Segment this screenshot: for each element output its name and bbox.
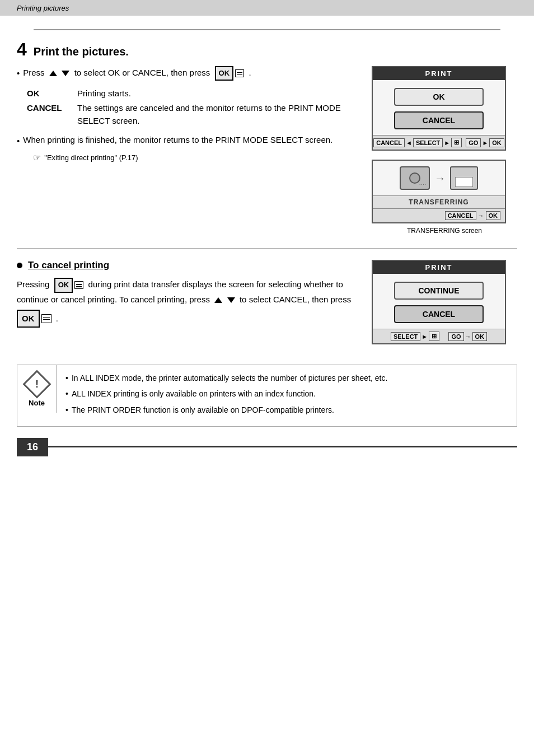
def-ok-desc: Printing starts.	[77, 87, 360, 100]
footer: 16	[17, 438, 517, 456]
camera-dots: ····	[419, 182, 427, 187]
section-number: 4	[17, 40, 27, 58]
note-item-1: • In ALL INDEX mode, the printer automat…	[65, 372, 508, 384]
nav-arrow-2: ►	[444, 139, 450, 146]
warning-diamond-icon: !	[22, 370, 51, 399]
top-bar: Printing pictures	[0, 0, 534, 16]
def-ok-row: OK Printing starts.	[27, 87, 360, 100]
note-label: Note	[29, 399, 45, 407]
bullet-dot-2: •	[17, 135, 20, 165]
ref-text: "Exiting direct printing" (P.17)	[44, 152, 138, 164]
def-cancel-row: CANCEL The settings are canceled and the…	[27, 102, 360, 127]
printer-paper	[455, 177, 473, 187]
note-text-2: ALL INDEX printing is only available on …	[72, 388, 316, 400]
ok-inline-2: OK	[54, 278, 84, 293]
ok-inline-1: OK	[215, 66, 245, 81]
note-content: • In ALL INDEX mode, the printer automat…	[57, 365, 517, 426]
ok-box-1: OK	[215, 66, 234, 81]
select-nav-label-2: SELECT	[391, 332, 420, 341]
print-screen-title-2: PRINT	[373, 261, 505, 274]
printer-icon	[450, 166, 478, 190]
nav-divider-icon: ⊞	[451, 138, 462, 147]
menu-icon-1	[235, 69, 244, 77]
def-cancel-desc: The settings are canceled and the monito…	[77, 102, 360, 127]
camera-lens-icon	[409, 172, 420, 184]
nav-arrow-4: ►	[421, 333, 428, 340]
nav-arrow-1: ◄	[406, 139, 412, 146]
note-bullet-2: •	[65, 388, 68, 400]
print-screen-title-1: PRINT	[373, 67, 505, 80]
top-divider	[34, 29, 500, 30]
ok-nav-label-2: OK	[472, 332, 488, 341]
def-ok-term: OK	[27, 87, 66, 100]
continue-button-screen: CONTINUE	[394, 282, 484, 300]
select-nav-label: SELECT	[413, 138, 443, 147]
note-item-2: • ALL INDEX printing is only available o…	[65, 388, 508, 400]
page-number: 16	[17, 438, 48, 456]
transfer-ok-nav: OK	[486, 211, 501, 220]
note-bullet-1: •	[65, 372, 68, 384]
go-nav-label: GO	[466, 138, 481, 147]
cancel-button-screen-2: CANCEL	[394, 305, 484, 323]
cancel-section: To cancel printing Pressing OK during pr…	[17, 260, 517, 353]
ref-icon: ☞	[33, 151, 41, 165]
breadcrumb: Printing pictures	[17, 4, 69, 12]
ok-box-3: OK	[17, 310, 40, 328]
go-nav-label-2: GO	[448, 332, 463, 341]
ref-note: ☞ "Exiting direct printing" (P.17)	[33, 151, 332, 165]
nav-arrow-3: ►	[482, 139, 488, 146]
bullet-item-1: • Press to select OK or CANCEL, then pre…	[17, 66, 360, 81]
note-item-3: • The PRINT ORDER function is only avail…	[65, 404, 508, 416]
menu-icon-2	[74, 281, 83, 289]
bullet-item-2: • When printing is finished, the monitor…	[17, 134, 360, 165]
def-cancel-term: CANCEL	[27, 102, 66, 127]
triangle-up-icon	[49, 71, 57, 76]
cancel-right: PRINT CONTINUE CANCEL SELECT ► ⊞ GO → OK	[372, 260, 517, 353]
note-icon-col: ! Note	[17, 365, 57, 413]
bullet-dot-1: •	[17, 67, 20, 81]
transfer-caption: TRANSFERRING screen	[372, 227, 517, 235]
transfer-nav: CANCEL → OK	[373, 208, 505, 222]
ok-nav-label: OK	[489, 138, 504, 147]
cancel-section-title: To cancel printing	[17, 260, 360, 271]
bullet-filled-icon	[17, 263, 22, 268]
menu-icon-3	[41, 314, 51, 323]
note-section: ! Note • In ALL INDEX mode, the printer …	[17, 365, 517, 427]
warning-exclaim: !	[35, 379, 39, 389]
nav-divider-icon-2: ⊞	[429, 332, 439, 341]
ok-inline-3: OK	[17, 310, 51, 328]
print-screen-1: PRINT OK CANCEL CANCEL ◄ SELECT ► ⊞ GO ►…	[372, 66, 506, 151]
note-text-1: In ALL INDEX mode, the printer automatic…	[72, 372, 387, 384]
transfer-screen-inner: ···· →	[373, 161, 505, 195]
note-bullet-3: •	[65, 404, 68, 416]
def-table: OK Printing starts. CANCEL The settings …	[27, 87, 360, 128]
transfer-arrow-icon: →	[434, 172, 446, 185]
section4-right: PRINT OK CANCEL CANCEL ◄ SELECT ► ⊞ GO ►…	[372, 66, 517, 235]
triangle-down-icon	[62, 71, 69, 76]
cancel-button-screen: CANCEL	[394, 111, 484, 129]
cancel-triangle-down-icon	[227, 297, 235, 303]
print-screen-nav-2: SELECT ► ⊞ GO → OK	[373, 329, 505, 343]
transfer-screen: ···· → TRANSFERRING CANCEL → OK	[372, 160, 506, 223]
bullet-1-text: Press to select OK or CANCEL, then press…	[23, 66, 251, 81]
transfer-cancel-nav: CANCEL	[445, 211, 476, 220]
main-content: 4 Print the pictures. • Press to select …	[0, 16, 534, 479]
footer-line	[48, 446, 517, 456]
ok-button-screen: OK	[394, 88, 484, 106]
section4-left: • Press to select OK or CANCEL, then pre…	[17, 66, 360, 170]
print-screen-2: PRINT CONTINUE CANCEL SELECT ► ⊞ GO → OK	[372, 260, 506, 344]
cancel-text: Pressing OK during print data transfer d…	[17, 278, 360, 328]
section4-header: 4 Print the pictures.	[17, 40, 517, 58]
section4-body: • Press to select OK or CANCEL, then pre…	[17, 66, 517, 235]
note-text-3: The PRINT ORDER function is only availab…	[72, 404, 334, 416]
print-screen-nav-1: CANCEL ◄ SELECT ► ⊞ GO ► OK	[373, 135, 505, 150]
cancel-left: To cancel printing Pressing OK during pr…	[17, 260, 360, 353]
nav-arrow-5: →	[465, 333, 471, 340]
cancel-nav-label: CANCEL	[373, 138, 405, 147]
transfer-label: TRANSFERRING	[373, 195, 505, 208]
section-title: Print the pictures.	[34, 45, 129, 58]
ok-box-2: OK	[54, 278, 73, 293]
section-divider-1	[17, 248, 517, 249]
cancel-triangle-up-icon	[214, 297, 222, 303]
bullet-2-text: When printing is finished, the monitor r…	[23, 134, 332, 165]
